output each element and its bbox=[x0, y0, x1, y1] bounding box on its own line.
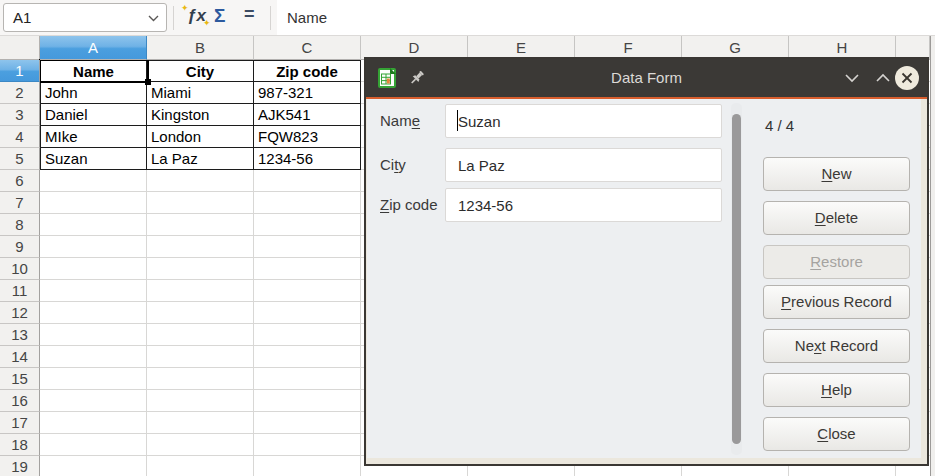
row-header-5[interactable]: 5 bbox=[0, 148, 40, 170]
row-header-2[interactable]: 2 bbox=[0, 82, 40, 104]
row-header-7[interactable]: 7 bbox=[0, 192, 40, 214]
table-cell[interactable]: Suzan bbox=[40, 148, 147, 170]
sum-icon[interactable]: Σ bbox=[214, 5, 225, 27]
sparkle-icon: ✦ bbox=[203, 18, 211, 28]
form-scrollbar[interactable] bbox=[731, 103, 742, 455]
restore-button[interactable]: Restore bbox=[763, 245, 910, 279]
roll-up-icon[interactable] bbox=[874, 70, 892, 86]
table-cell[interactable]: La Paz bbox=[147, 148, 254, 170]
row-header-10[interactable]: 10 bbox=[0, 258, 40, 280]
table-cell[interactable]: Kingston bbox=[147, 104, 254, 126]
dialog-content: Name City Zip code 4 / 4 New Delete Rest… bbox=[367, 99, 921, 458]
table-cell[interactable]: Miami bbox=[147, 82, 254, 104]
table-cell[interactable]: 987-321 bbox=[254, 82, 361, 104]
row-header-8[interactable]: 8 bbox=[0, 214, 40, 236]
form-scrollbar-thumb[interactable] bbox=[732, 114, 741, 444]
formula-input[interactable]: Name bbox=[277, 0, 935, 35]
table-cell[interactable]: AJK541 bbox=[254, 104, 361, 126]
new-button[interactable]: New bbox=[763, 157, 910, 191]
row-header-19[interactable]: 19 bbox=[0, 456, 40, 476]
libreoffice-calc-window: A1 ✦ ƒx ✦ Σ = Name bbox=[0, 0, 935, 476]
row-header-11[interactable]: 11 bbox=[0, 280, 40, 302]
row-header-13[interactable]: 13 bbox=[0, 324, 40, 346]
city-field-label: City bbox=[380, 148, 450, 182]
row-header-1[interactable]: 1 bbox=[0, 60, 40, 82]
city-field[interactable] bbox=[445, 148, 722, 182]
name-field-label: Name bbox=[380, 104, 450, 138]
scrollbar-edge-strip bbox=[930, 36, 935, 476]
formula-bar: A1 ✦ ƒx ✦ Σ = Name bbox=[0, 0, 935, 36]
zipcode-field[interactable] bbox=[445, 188, 722, 222]
name-field[interactable] bbox=[445, 104, 722, 138]
row-header-12[interactable]: 12 bbox=[0, 302, 40, 324]
zipcode-field-label: Zip code bbox=[380, 188, 450, 222]
help-button[interactable]: Help bbox=[763, 373, 910, 407]
previous-record-button[interactable]: Previous Record bbox=[763, 285, 910, 319]
table-cell[interactable]: MIke bbox=[40, 126, 147, 148]
column-header-C[interactable]: C bbox=[254, 36, 361, 60]
separator bbox=[270, 6, 271, 30]
text-caret bbox=[457, 110, 458, 131]
close-icon bbox=[901, 72, 913, 84]
record-position: 4 / 4 bbox=[765, 117, 794, 134]
column-header-A[interactable]: A bbox=[40, 36, 147, 60]
table-header-cell[interactable]: Zip code bbox=[254, 60, 361, 82]
table-header-cell[interactable]: City bbox=[147, 60, 254, 82]
row-header-14[interactable]: 14 bbox=[0, 346, 40, 368]
column-header-B[interactable]: B bbox=[147, 36, 254, 60]
row-header-16[interactable]: 16 bbox=[0, 390, 40, 412]
equals-icon[interactable]: = bbox=[244, 4, 255, 25]
table-cell[interactable]: Daniel bbox=[40, 104, 147, 126]
row-header-15[interactable]: 15 bbox=[0, 368, 40, 390]
row-header-4[interactable]: 4 bbox=[0, 126, 40, 148]
table-cell[interactable]: John bbox=[40, 82, 147, 104]
name-box[interactable]: A1 bbox=[3, 3, 167, 32]
row-header-17[interactable]: 17 bbox=[0, 412, 40, 434]
row-header-3[interactable]: 3 bbox=[0, 104, 40, 126]
select-all-corner[interactable] bbox=[0, 36, 40, 60]
roll-down-icon[interactable] bbox=[843, 70, 861, 86]
table-header-cell[interactable]: Name bbox=[40, 60, 147, 82]
table-cell[interactable]: 1234-56 bbox=[254, 148, 361, 170]
dialog-titlebar[interactable]: Data Form bbox=[366, 59, 927, 97]
row-header-18[interactable]: 18 bbox=[0, 434, 40, 456]
table-cell[interactable]: London bbox=[147, 126, 254, 148]
table-cell[interactable]: FQW823 bbox=[254, 126, 361, 148]
chevron-down-icon[interactable] bbox=[148, 15, 159, 22]
cell-reference: A1 bbox=[13, 4, 31, 31]
separator bbox=[173, 6, 174, 30]
function-wizard-icon[interactable]: ✦ ƒx ✦ bbox=[183, 4, 211, 32]
row-header-9[interactable]: 9 bbox=[0, 236, 40, 258]
delete-button[interactable]: Delete bbox=[763, 201, 910, 235]
formula-text: Name bbox=[287, 0, 327, 35]
close-button[interactable] bbox=[895, 66, 919, 90]
row-header-6[interactable]: 6 bbox=[0, 170, 40, 192]
close-dialog-button[interactable]: Close bbox=[763, 417, 910, 451]
next-record-button[interactable]: Next Record bbox=[763, 329, 910, 363]
data-form-dialog: Data Form Name City Zip code bbox=[364, 57, 929, 466]
